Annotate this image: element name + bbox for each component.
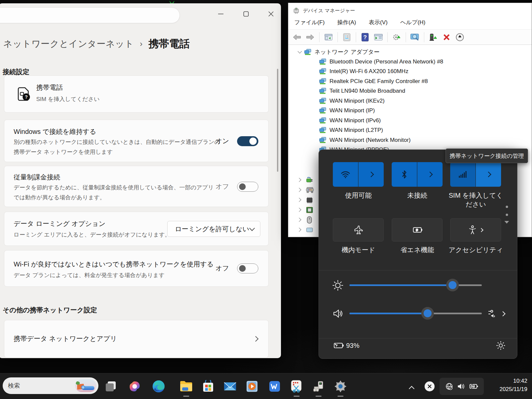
task-view-button[interactable]	[101, 377, 120, 396]
snipping-tool-icon[interactable]	[287, 377, 306, 396]
wifi-expand-button[interactable]	[358, 162, 384, 187]
scan-hardware-changes-button[interactable]	[391, 32, 402, 43]
tree-node-hid-collapsed[interactable]	[298, 185, 314, 195]
chevron-collapsed-icon	[297, 178, 301, 182]
volume-slider[interactable]	[349, 313, 482, 314]
wifi-toggle-button[interactable]	[333, 162, 358, 187]
microsoft-store-icon[interactable]	[199, 377, 217, 396]
tray-volume-icon	[457, 383, 465, 390]
update-driver-button[interactable]	[428, 32, 439, 43]
copilot-icon[interactable]	[125, 377, 144, 396]
cellular-label: SIM を挿入してください	[448, 191, 504, 209]
tree-node-adapter[interactable]: WAN Miniport (Network Monitor)	[319, 135, 411, 145]
settings-window: ネットワークとインターネット › 携帯電話 接続設定 ? 携帯電話 SIM を挿…	[0, 3, 281, 358]
metered-toggle[interactable]	[237, 182, 258, 192]
help-button[interactable]: ?	[360, 32, 370, 43]
tray-close-badge-icon[interactable]	[425, 381, 435, 391]
tree-node-processor-collapsed[interactable]	[298, 205, 313, 215]
tray-overflow-chevron-icon[interactable]	[409, 386, 415, 392]
cellular-expand-button[interactable]	[476, 162, 501, 187]
maximize-button[interactable]	[239, 8, 253, 20]
cellular-apps-title: 携帯データ ネットワークとアプリ	[14, 334, 117, 343]
tree-node-network-adapters[interactable]: ネットワーク アダプター	[298, 47, 379, 57]
mail-icon[interactable]	[221, 377, 239, 396]
tree-node-adapter[interactable]: Realtek PCIe GbE Family Controller #8	[319, 76, 428, 86]
no-internet-globe-icon	[445, 382, 453, 390]
show-console-tree-button[interactable]	[323, 32, 334, 43]
minimize-button[interactable]	[214, 8, 227, 20]
action-pane-button[interactable]	[373, 32, 384, 43]
battery-saver-tile[interactable]	[392, 218, 443, 242]
menu-action[interactable]: 操作(A)	[337, 19, 356, 26]
chevron-right-icon[interactable]	[500, 311, 506, 317]
forward-button[interactable]	[305, 32, 316, 43]
chevron-collapsed-icon	[297, 188, 301, 192]
cellular-status-card[interactable]: ? 携帯電話 SIM を挿入してください	[4, 75, 269, 113]
bluetooth-toggle-button[interactable]	[392, 162, 417, 187]
running-indicator	[337, 396, 343, 397]
settings-taskbar-icon[interactable]	[331, 377, 350, 396]
uninstall-device-button[interactable]	[441, 32, 452, 43]
battery-percent-label[interactable]: 93%	[346, 342, 359, 349]
breadcrumb-separator: ›	[140, 39, 143, 49]
tree-node-adapter[interactable]: Bluetooth Device (Personal Area Network)…	[319, 57, 443, 66]
keep-connected-toggle[interactable]	[237, 136, 258, 146]
breadcrumb-parent[interactable]: ネットワークとインターネット	[3, 38, 134, 50]
brightness-slider-thumb[interactable]	[446, 279, 459, 291]
roaming-dropdown[interactable]: ローミングを許可しない	[167, 221, 260, 237]
menu-view[interactable]: 表示(V)	[369, 19, 388, 26]
device-manager-taskbar-icon[interactable]	[309, 377, 328, 396]
tree-node-monitor-collapsed[interactable]	[298, 225, 313, 235]
search-button[interactable]	[410, 32, 420, 43]
tree-node-firmware-collapsed[interactable]	[298, 195, 313, 205]
tree-node-adapter[interactable]: WAN Miniport (IP)	[319, 106, 375, 116]
accessibility-person-icon	[468, 225, 476, 235]
properties-button[interactable]	[341, 32, 352, 43]
close-button[interactable]	[264, 8, 278, 20]
tree-node-adapter[interactable]: WAN Miniport (IKEv2)	[319, 96, 385, 106]
keep-connected-state-label: オン	[215, 137, 229, 146]
search-highlight-thumbnail	[75, 379, 96, 392]
settings-search-input[interactable]	[0, 7, 180, 23]
tree-node-adapter[interactable]: Telit LN940 Mobile Broadband	[319, 86, 405, 96]
tree-node-label: WAN Miniport (L2TP)	[330, 127, 383, 134]
media-player-icon[interactable]	[243, 377, 261, 396]
expand-down-arrow-icon[interactable]	[504, 220, 510, 224]
clock-date: 2025/11/19	[499, 385, 527, 393]
tree-node-adapter[interactable]: Intel(R) Wi-Fi 6 AX200 160MHz	[319, 67, 408, 76]
back-button[interactable]	[292, 32, 302, 43]
disable-device-button[interactable]	[455, 32, 465, 43]
tree-node-adapter[interactable]: WAN Miniport (L2TP)	[319, 126, 383, 135]
cellular-apps-card[interactable]: 携帯データ ネットワークとアプリ	[4, 320, 269, 358]
taskbar-search-label: 検索	[8, 382, 20, 390]
wifi-fallback-toggle[interactable]	[237, 263, 258, 273]
quick-settings-panel: 使用可能 未接続 SIM を挿入してください 機内モード 省エネ機能 アクセシビ…	[319, 150, 517, 359]
bluetooth-expand-button[interactable]	[417, 162, 443, 187]
menu-help[interactable]: ヘルプ(H)	[400, 19, 426, 26]
battery-charging-icon	[333, 341, 344, 350]
chevron-right-icon	[486, 172, 491, 177]
settings-scrollbar[interactable]	[277, 69, 278, 172]
tree-node-battery-collapsed[interactable]	[298, 175, 313, 185]
wifi-fallback-desc: データ プランによっては、料金が発生する場合があります	[14, 270, 165, 280]
edge-browser-icon[interactable]	[149, 377, 168, 396]
tray-network-volume-battery-group[interactable]	[440, 378, 484, 395]
cellular-toggle-button[interactable]	[450, 162, 475, 187]
quick-settings-gear-icon[interactable]	[496, 341, 506, 350]
brightness-slider[interactable]	[349, 284, 482, 286]
accessibility-tile[interactable]	[450, 218, 501, 242]
wps-office-icon[interactable]	[265, 377, 284, 396]
running-indicator	[183, 396, 189, 397]
taskbar-clock[interactable]: 10:42 2025/11/19	[499, 377, 527, 393]
keep-connected-desc2: 携帯データ ネットワークを使用します	[14, 147, 113, 157]
audio-output-picker-icon[interactable]	[488, 309, 498, 319]
airplane-mode-tile[interactable]	[333, 218, 384, 242]
tree-node-adapter[interactable]: WAN Miniport (IPv6)	[319, 116, 381, 125]
volume-slider-thumb[interactable]	[421, 307, 434, 320]
taskbar-search-box[interactable]: 検索	[3, 377, 98, 394]
file-explorer-icon[interactable]	[177, 377, 196, 396]
tree-node-mouse-collapsed[interactable]	[298, 215, 313, 225]
menu-file[interactable]: ファイル(F)	[294, 19, 325, 26]
metered-title: 従量制課金接続	[14, 173, 60, 182]
wifi-fallback-title: Wi-Fi が良好ではないときはいつでも携帯ネットワークを使用する	[14, 260, 214, 269]
